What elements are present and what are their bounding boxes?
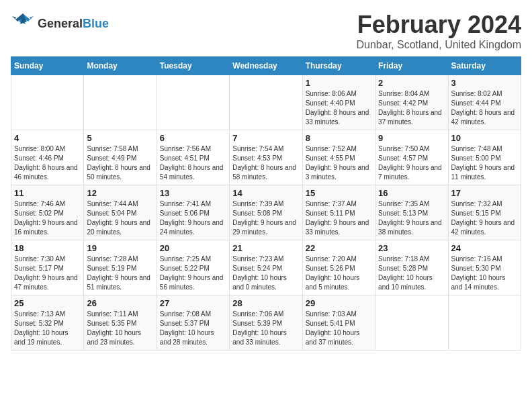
calendar-header-row: Sunday Monday Tuesday Wednesday Thursday… [11, 57, 521, 75]
day-info: Sunrise: 8:00 AM Sunset: 4:46 PM Dayligh… [14, 144, 81, 182]
page-title: February 2024 [357, 11, 521, 39]
table-row: 19Sunrise: 7:28 AM Sunset: 5:19 PM Dayli… [84, 240, 157, 295]
table-row: 10Sunrise: 7:48 AM Sunset: 5:00 PM Dayli… [448, 130, 521, 185]
day-number: 17 [451, 188, 518, 198]
day-info: Sunrise: 7:25 AM Sunset: 5:22 PM Dayligh… [160, 255, 226, 292]
day-info: Sunrise: 7:39 AM Sunset: 5:08 PM Dayligh… [232, 199, 299, 237]
day-number: 20 [160, 243, 226, 253]
day-number: 6 [160, 133, 226, 143]
logo-bird-icon [11, 11, 35, 38]
day-number: 26 [87, 298, 153, 308]
table-row: 14Sunrise: 7:39 AM Sunset: 5:08 PM Dayli… [230, 185, 302, 240]
day-number: 10 [451, 133, 518, 143]
day-info: Sunrise: 7:28 AM Sunset: 5:19 PM Dayligh… [87, 255, 153, 292]
header-sunday: Sunday [11, 57, 84, 75]
day-info: Sunrise: 7:23 AM Sunset: 5:24 PM Dayligh… [232, 255, 299, 292]
table-row: 7Sunrise: 7:54 AM Sunset: 4:53 PM Daylig… [230, 130, 302, 185]
day-info: Sunrise: 7:35 AM Sunset: 5:13 PM Dayligh… [378, 199, 445, 237]
day-number: 23 [378, 243, 445, 253]
calendar-table: Sunday Monday Tuesday Wednesday Thursday… [11, 56, 521, 351]
day-number: 11 [14, 188, 81, 198]
calendar-week-row: 1Sunrise: 8:06 AM Sunset: 4:40 PM Daylig… [11, 75, 521, 130]
table-row: 5Sunrise: 7:58 AM Sunset: 4:49 PM Daylig… [84, 130, 157, 185]
table-row: 17Sunrise: 7:32 AM Sunset: 5:15 PM Dayli… [448, 185, 521, 240]
day-number: 4 [14, 133, 81, 143]
day-number: 22 [306, 243, 372, 253]
day-info: Sunrise: 7:56 AM Sunset: 4:51 PM Dayligh… [160, 144, 226, 182]
table-row: 18Sunrise: 7:30 AM Sunset: 5:17 PM Dayli… [11, 240, 84, 295]
day-info: Sunrise: 7:52 AM Sunset: 4:55 PM Dayligh… [306, 144, 372, 182]
day-number: 12 [87, 188, 153, 198]
table-row: 26Sunrise: 7:11 AM Sunset: 5:35 PM Dayli… [84, 295, 157, 351]
table-row: 23Sunrise: 7:18 AM Sunset: 5:28 PM Dayli… [375, 240, 448, 295]
day-number: 5 [87, 133, 153, 143]
day-number: 28 [232, 298, 299, 308]
header-saturday: Saturday [448, 57, 521, 75]
table-row: 12Sunrise: 7:44 AM Sunset: 5:04 PM Dayli… [84, 185, 157, 240]
day-number: 21 [232, 243, 299, 253]
table-row: 16Sunrise: 7:35 AM Sunset: 5:13 PM Dayli… [375, 185, 448, 240]
day-info: Sunrise: 7:13 AM Sunset: 5:32 PM Dayligh… [14, 310, 81, 347]
day-info: Sunrise: 8:02 AM Sunset: 4:44 PM Dayligh… [451, 89, 518, 127]
table-row: 15Sunrise: 7:37 AM Sunset: 5:11 PM Dayli… [302, 185, 375, 240]
table-row: 3Sunrise: 8:02 AM Sunset: 4:44 PM Daylig… [448, 75, 521, 130]
calendar-week-row: 4Sunrise: 8:00 AM Sunset: 4:46 PM Daylig… [11, 130, 521, 185]
table-row [84, 75, 157, 130]
header-thursday: Thursday [302, 57, 375, 75]
day-info: Sunrise: 7:03 AM Sunset: 5:41 PM Dayligh… [306, 310, 372, 347]
table-row: 1Sunrise: 8:06 AM Sunset: 4:40 PM Daylig… [302, 75, 375, 130]
title-section: February 2024 Dunbar, Scotland, United K… [357, 11, 521, 51]
table-row: 21Sunrise: 7:23 AM Sunset: 5:24 PM Dayli… [230, 240, 302, 295]
day-info: Sunrise: 7:54 AM Sunset: 4:53 PM Dayligh… [232, 144, 299, 182]
table-row: 24Sunrise: 7:16 AM Sunset: 5:30 PM Dayli… [448, 240, 521, 295]
day-number: 3 [451, 78, 518, 88]
day-number: 7 [232, 133, 299, 143]
day-info: Sunrise: 7:30 AM Sunset: 5:17 PM Dayligh… [14, 255, 81, 292]
day-number: 9 [378, 133, 445, 143]
table-row: 4Sunrise: 8:00 AM Sunset: 4:46 PM Daylig… [11, 130, 84, 185]
table-row: 13Sunrise: 7:41 AM Sunset: 5:06 PM Dayli… [157, 185, 229, 240]
table-row: 20Sunrise: 7:25 AM Sunset: 5:22 PM Dayli… [157, 240, 229, 295]
day-number: 18 [14, 243, 81, 253]
day-number: 13 [160, 188, 226, 198]
day-number: 27 [160, 298, 226, 308]
day-info: Sunrise: 7:18 AM Sunset: 5:28 PM Dayligh… [378, 255, 445, 292]
header-friday: Friday [375, 57, 448, 75]
day-number: 25 [14, 298, 81, 308]
logo: GeneralBlue [11, 11, 109, 38]
day-info: Sunrise: 7:11 AM Sunset: 5:35 PM Dayligh… [87, 310, 153, 347]
table-row [11, 75, 84, 130]
day-number: 2 [378, 78, 445, 88]
logo-general-text: GeneralBlue [38, 17, 109, 31]
header-tuesday: Tuesday [157, 57, 229, 75]
day-info: Sunrise: 7:32 AM Sunset: 5:15 PM Dayligh… [451, 199, 518, 237]
calendar-week-row: 25Sunrise: 7:13 AM Sunset: 5:32 PM Dayli… [11, 295, 521, 351]
header-monday: Monday [84, 57, 157, 75]
day-info: Sunrise: 7:46 AM Sunset: 5:02 PM Dayligh… [14, 199, 81, 237]
header: GeneralBlue February 2024 Dunbar, Scotla… [11, 11, 521, 51]
table-row: 11Sunrise: 7:46 AM Sunset: 5:02 PM Dayli… [11, 185, 84, 240]
day-info: Sunrise: 8:04 AM Sunset: 4:42 PM Dayligh… [378, 89, 445, 127]
day-number: 29 [306, 298, 372, 308]
table-row: 8Sunrise: 7:52 AM Sunset: 4:55 PM Daylig… [302, 130, 375, 185]
calendar-week-row: 18Sunrise: 7:30 AM Sunset: 5:17 PM Dayli… [11, 240, 521, 295]
day-number: 24 [451, 243, 518, 253]
table-row: 22Sunrise: 7:20 AM Sunset: 5:26 PM Dayli… [302, 240, 375, 295]
day-number: 14 [232, 188, 299, 198]
day-info: Sunrise: 8:06 AM Sunset: 4:40 PM Dayligh… [306, 89, 372, 127]
day-number: 1 [306, 78, 372, 88]
day-number: 8 [306, 133, 372, 143]
day-info: Sunrise: 7:20 AM Sunset: 5:26 PM Dayligh… [306, 255, 372, 292]
table-row: 27Sunrise: 7:08 AM Sunset: 5:37 PM Dayli… [157, 295, 229, 351]
table-row: 29Sunrise: 7:03 AM Sunset: 5:41 PM Dayli… [302, 295, 375, 351]
day-info: Sunrise: 7:58 AM Sunset: 4:49 PM Dayligh… [87, 144, 153, 182]
table-row [157, 75, 229, 130]
day-number: 19 [87, 243, 153, 253]
day-info: Sunrise: 7:06 AM Sunset: 5:39 PM Dayligh… [232, 310, 299, 347]
table-row: 28Sunrise: 7:06 AM Sunset: 5:39 PM Dayli… [230, 295, 302, 351]
table-row: 2Sunrise: 8:04 AM Sunset: 4:42 PM Daylig… [375, 75, 448, 130]
day-number: 15 [306, 188, 372, 198]
day-info: Sunrise: 7:16 AM Sunset: 5:30 PM Dayligh… [451, 255, 518, 292]
day-info: Sunrise: 7:48 AM Sunset: 5:00 PM Dayligh… [451, 144, 518, 182]
day-info: Sunrise: 7:08 AM Sunset: 5:37 PM Dayligh… [160, 310, 226, 347]
